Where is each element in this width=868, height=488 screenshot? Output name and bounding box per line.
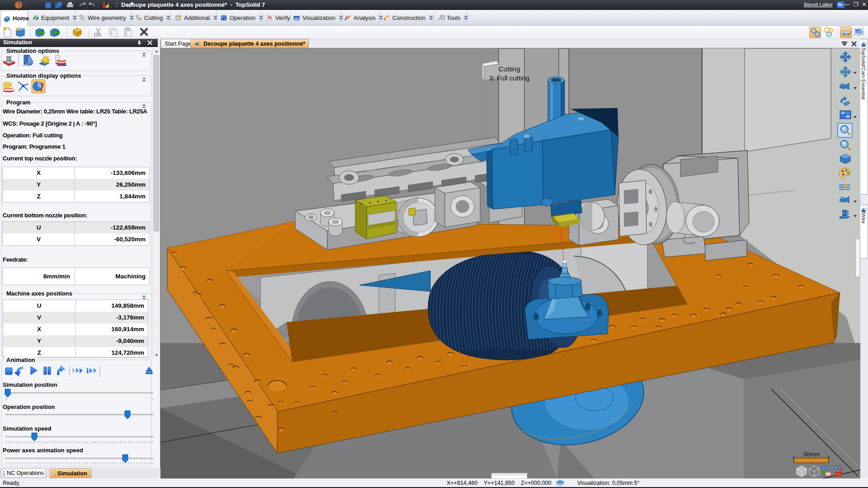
svg-text:?: ? bbox=[843, 183, 848, 192]
svg-text:50mm: 50mm bbox=[803, 451, 820, 458]
svg-text:Cutting: Cutting bbox=[499, 65, 520, 73]
svg-text:3: Full cutting: 3: Full cutting bbox=[489, 74, 529, 82]
